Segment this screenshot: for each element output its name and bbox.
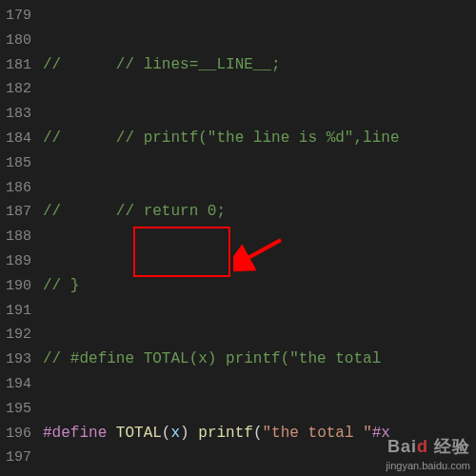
line-number: 181 xyxy=(6,53,31,78)
line-number: 179 xyxy=(6,4,31,29)
line-number: 188 xyxy=(6,225,31,249)
line-number: 189 xyxy=(6,249,31,274)
line-number: 180 xyxy=(6,29,31,53)
code-line: // } xyxy=(43,274,476,299)
comment-text: // // lines=__LINE__; xyxy=(43,56,281,73)
code-area[interactable]: // // lines=__LINE__; // // printf("the … xyxy=(43,0,476,476)
line-number: 197 xyxy=(6,446,31,470)
comment-text: // #define TOTAL(x) printf("the total xyxy=(43,350,390,367)
line-number: 193 xyxy=(6,347,31,372)
annotation-arrow-icon xyxy=(233,236,290,274)
comment-text: // // return 0; xyxy=(43,203,226,220)
macro-param: x xyxy=(170,425,180,442)
code-line: // #define TOTAL(x) printf("the total xyxy=(43,347,476,372)
line-number: 190 xyxy=(6,274,31,299)
watermark-url: jingyan.baidu.com xyxy=(386,460,470,471)
svg-line-1 xyxy=(243,240,281,261)
code-line: // // printf("the line is %d",line xyxy=(43,127,476,151)
watermark: Baid 经验 jingyan.baidu.com xyxy=(386,436,470,472)
code-line: // // return 0; xyxy=(43,200,476,225)
line-number: 191 xyxy=(6,299,31,324)
line-number: 182 xyxy=(6,77,31,102)
code-line: // // lines=__LINE__; xyxy=(43,53,476,78)
line-number: 192 xyxy=(6,323,31,347)
comment-text: // // printf("the line is %d",line xyxy=(43,129,399,147)
annotation-highlight-box xyxy=(133,227,230,277)
line-number: 184 xyxy=(6,127,31,151)
code-editor[interactable]: 179 180 181 182 183 184 185 186 187 188 … xyxy=(0,0,476,476)
func-call: printf xyxy=(198,425,253,442)
line-number: 186 xyxy=(6,176,31,201)
line-number: 196 xyxy=(6,422,31,446)
line-number: 195 xyxy=(6,397,31,422)
line-number: 194 xyxy=(6,372,31,397)
line-number: 183 xyxy=(6,102,31,127)
string-literal: "the total " xyxy=(263,425,372,442)
define-keyword: #define xyxy=(43,425,107,442)
comment-text: // } xyxy=(43,277,79,294)
line-number: 187 xyxy=(6,200,31,225)
line-number-gutter: 179 180 181 182 183 184 185 186 187 188 … xyxy=(0,0,43,476)
line-number: 185 xyxy=(6,151,31,176)
macro-name: TOTAL xyxy=(116,425,162,442)
